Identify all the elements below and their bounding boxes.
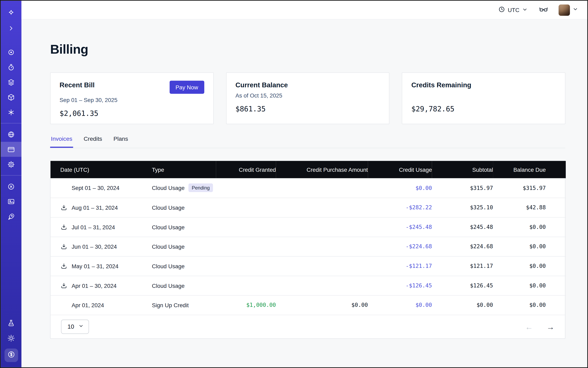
sidebar-item-settings[interactable] bbox=[1, 157, 22, 172]
credit-granted-value bbox=[216, 198, 276, 217]
credit-granted-value bbox=[216, 276, 276, 295]
invoice-date: Apr 01, 2024 bbox=[72, 302, 104, 308]
credit-usage-value: -$121.17 bbox=[368, 256, 432, 276]
sidebar-item-theme[interactable] bbox=[1, 331, 22, 346]
appearance-toggle-button[interactable] bbox=[539, 5, 548, 15]
status-badge: Pending bbox=[188, 184, 213, 192]
sidebar-item-timer[interactable] bbox=[1, 60, 22, 75]
credit-purchase-value: $0.00 bbox=[276, 295, 368, 315]
main-area: UTC Billing Recent Bill Pay Now bbox=[21, 1, 587, 367]
balance-due-value: $0.00 bbox=[493, 295, 566, 315]
rocket-icon bbox=[7, 212, 15, 221]
glasses-icon bbox=[539, 5, 548, 15]
card-title: Credits Remaining bbox=[411, 81, 471, 89]
chevron-right-icon bbox=[8, 25, 15, 32]
billing-page: Billing Recent Bill Pay Now Sep 01 – Sep… bbox=[50, 19, 565, 354]
credit-usage-value: -$245.48 bbox=[368, 217, 432, 237]
credit-purchase-value bbox=[276, 256, 368, 276]
timezone-selector[interactable]: UTC bbox=[498, 6, 528, 14]
summary-cards: Recent Bill Pay Now Sep 01 – Sep 30, 202… bbox=[50, 73, 565, 124]
sidebar-item-asterisk[interactable] bbox=[1, 105, 22, 120]
column-header-type: Type bbox=[152, 161, 216, 178]
layers-icon bbox=[7, 78, 15, 86]
download-invoice-icon[interactable] bbox=[60, 243, 67, 250]
page-size-value: 10 bbox=[67, 323, 74, 330]
card-title: Current Balance bbox=[235, 81, 288, 89]
billing-tabs: Invoices Credits Plans bbox=[50, 136, 565, 148]
sidebar-item-flask[interactable] bbox=[1, 316, 22, 331]
credit-usage-value: $0.00 bbox=[368, 178, 432, 198]
invoices-table: Date (UTC) Type Credit Granted Credit Pu… bbox=[50, 161, 565, 339]
timer-icon bbox=[7, 63, 15, 71]
subtotal-value: $126.45 bbox=[432, 276, 493, 295]
target-icon bbox=[7, 48, 15, 56]
download-invoice-icon[interactable] bbox=[60, 282, 67, 289]
download-invoice-icon[interactable] bbox=[60, 204, 67, 211]
subtotal-value: $325.10 bbox=[432, 198, 493, 217]
app-logo[interactable] bbox=[1, 6, 22, 21]
balance-due-value: $0.00 bbox=[493, 276, 566, 295]
invoice-date: May 01 – 31, 2024 bbox=[72, 263, 118, 269]
table-row: Apr 01, 2024 Sign Up Credit $1,000.00 $0… bbox=[51, 295, 566, 315]
logo-icon bbox=[7, 9, 15, 17]
sidebar-item-images[interactable] bbox=[1, 194, 22, 209]
invoice-date: Aug 01 – 31, 2024 bbox=[72, 204, 118, 211]
previous-page-button[interactable]: ← bbox=[525, 323, 533, 331]
account-menu[interactable] bbox=[559, 4, 578, 16]
sidebar-item-cube[interactable] bbox=[1, 90, 22, 105]
download-invoice-icon[interactable] bbox=[60, 262, 67, 269]
asterisk-icon bbox=[7, 108, 15, 116]
recent-bill-amount: $2,061.35 bbox=[60, 109, 204, 117]
credit-granted-value bbox=[216, 178, 276, 198]
credit-usage-value: $0.00 bbox=[368, 295, 432, 315]
dollar-icon bbox=[7, 350, 15, 360]
flask-icon bbox=[7, 319, 15, 327]
credit-purchase-value bbox=[276, 198, 368, 217]
column-header-credit-purchase-amount: Credit Purchase Amount bbox=[276, 161, 368, 178]
subtotal-value: $224.68 bbox=[432, 237, 493, 256]
current-balance-card: Current Balance As of Oct 15, 2025 $861.… bbox=[226, 73, 390, 124]
tab-plans[interactable]: Plans bbox=[113, 136, 129, 148]
recent-bill-card: Recent Bill Pay Now Sep 01 – Sep 30, 202… bbox=[50, 73, 214, 124]
column-header-date: Date (UTC) bbox=[51, 161, 152, 178]
sidebar-expand-button[interactable] bbox=[1, 21, 22, 36]
sidebar-item-target[interactable] bbox=[1, 45, 22, 60]
timezone-label: UTC bbox=[508, 7, 519, 13]
balance-due-value: $0.00 bbox=[493, 237, 566, 256]
billing-period: Sep 01 – Sep 30, 2025 bbox=[60, 97, 204, 103]
subtotal-value: $315.97 bbox=[432, 178, 493, 198]
subtotal-value: $0.00 bbox=[432, 295, 493, 315]
invoice-type: Cloud Usage bbox=[152, 263, 184, 269]
sun-icon bbox=[7, 334, 15, 342]
current-balance-amount: $861.35 bbox=[235, 105, 380, 113]
pagination: ← → bbox=[525, 323, 554, 331]
table-row: Jul 01 – 31, 2024 Cloud Usage -$245.48 $… bbox=[51, 217, 566, 237]
tab-invoices[interactable]: Invoices bbox=[50, 136, 73, 148]
sidebar-item-layers[interactable] bbox=[1, 75, 22, 90]
tab-credits[interactable]: Credits bbox=[83, 136, 103, 148]
sidebar-item-globe[interactable] bbox=[1, 127, 22, 142]
globe-icon bbox=[7, 130, 15, 138]
balance-as-of-date: As of Oct 15, 2025 bbox=[235, 92, 380, 99]
sidebar-item-lifebuoy[interactable] bbox=[1, 179, 22, 194]
download-invoice-icon[interactable] bbox=[60, 223, 67, 230]
credit-usage-value: -$282.22 bbox=[368, 198, 432, 217]
sidebar-item-rocket[interactable] bbox=[1, 209, 22, 224]
sidebar-item-credits[interactable] bbox=[4, 349, 18, 362]
page-title: Billing bbox=[50, 42, 565, 57]
subtotal-value: $245.48 bbox=[432, 217, 493, 237]
next-page-button[interactable]: → bbox=[547, 323, 555, 331]
column-header-credit-granted: Credit Granted bbox=[216, 161, 276, 178]
table-row: Sept 01 – 30, 2024 Cloud UsagePending $0… bbox=[51, 178, 566, 198]
credit-usage-value: -$224.68 bbox=[368, 237, 432, 256]
chevron-down-icon bbox=[572, 6, 578, 13]
topbar: UTC bbox=[21, 1, 587, 19]
image-icon bbox=[7, 197, 15, 205]
pay-now-button[interactable]: Pay Now bbox=[169, 81, 204, 94]
gear-icon bbox=[7, 160, 15, 168]
user-avatar bbox=[559, 4, 570, 16]
page-size-select[interactable]: 10 bbox=[61, 320, 89, 334]
sidebar-item-billing[interactable] bbox=[1, 142, 22, 157]
credits-remaining-amount: $29,782.65 bbox=[411, 105, 556, 113]
invoice-date: Apr 01 – 30, 2024 bbox=[72, 282, 117, 289]
